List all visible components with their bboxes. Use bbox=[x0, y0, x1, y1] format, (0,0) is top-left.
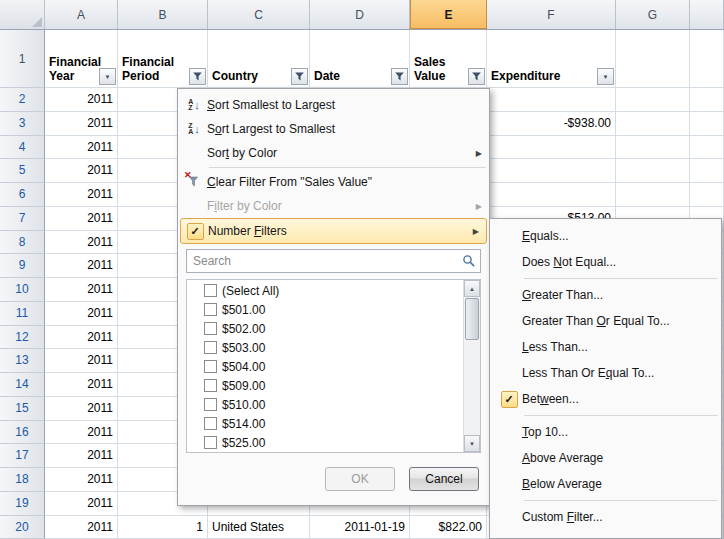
list-item[interactable]: $502.00 bbox=[188, 319, 463, 338]
cell-financial-year[interactable]: 2011 bbox=[45, 207, 118, 231]
submenu-item-top-10[interactable]: Top 10... bbox=[490, 419, 721, 445]
header-cell-date[interactable]: Date bbox=[310, 30, 410, 88]
row-header[interactable]: 20 bbox=[0, 516, 45, 539]
submenu-item-greater-than[interactable]: Greater Than... bbox=[490, 282, 721, 308]
row-header[interactable]: 17 bbox=[0, 444, 45, 468]
cell-financial-year[interactable]: 2011 bbox=[45, 136, 118, 160]
list-item[interactable]: (Select All) bbox=[188, 281, 463, 300]
filter-button-country[interactable] bbox=[291, 68, 308, 85]
value-checkbox[interactable] bbox=[204, 360, 217, 373]
submenu-item-below-average[interactable]: Below Average bbox=[490, 471, 721, 497]
submenu-item-equals[interactable]: Equals... bbox=[490, 223, 721, 249]
row-header[interactable]: 14 bbox=[0, 373, 45, 397]
search-input[interactable] bbox=[186, 249, 481, 273]
cell-g[interactable] bbox=[616, 159, 690, 183]
cell-g[interactable] bbox=[616, 88, 690, 112]
list-item[interactable]: $503.00 bbox=[188, 338, 463, 357]
menu-item-number-filters[interactable]: ✓ Number Filters ▶ bbox=[180, 218, 487, 244]
cell-g[interactable] bbox=[616, 112, 690, 136]
column-header-d[interactable]: D bbox=[310, 0, 410, 29]
cell-financial-year[interactable]: 2011 bbox=[45, 516, 118, 539]
cell-financial-year[interactable]: 2011 bbox=[45, 88, 118, 112]
cell-financial-year[interactable]: 2011 bbox=[45, 373, 118, 397]
column-header-g[interactable]: G bbox=[616, 0, 690, 29]
list-item[interactable]: $509.00 bbox=[188, 376, 463, 395]
value-checkbox[interactable] bbox=[204, 436, 217, 449]
cell-financial-year[interactable]: 2011 bbox=[45, 397, 118, 421]
search-icon[interactable] bbox=[462, 254, 476, 268]
column-header-a[interactable]: A bbox=[45, 0, 118, 29]
cell-date[interactable]: 2011-01-19 bbox=[310, 516, 410, 539]
menu-item-sort-by-color[interactable]: Sort by Color ▶ bbox=[178, 141, 489, 165]
cell-expenditure[interactable]: -$938.00 bbox=[487, 112, 616, 136]
column-header-b[interactable]: B bbox=[118, 0, 208, 29]
cell-expenditure[interactable] bbox=[487, 136, 616, 160]
cell-g[interactable] bbox=[616, 136, 690, 160]
submenu-item-between[interactable]: ✓Between... bbox=[490, 386, 721, 412]
filter-button-financial-year[interactable]: ▼ bbox=[99, 68, 116, 85]
filter-button-sales-value[interactable] bbox=[468, 68, 485, 85]
row-header[interactable]: 10 bbox=[0, 278, 45, 302]
row-header-1[interactable]: 1 bbox=[0, 30, 45, 88]
list-item[interactable]: $514.00 bbox=[188, 414, 463, 433]
menu-item-clear-filter[interactable]: ✕ Clear Filter From "Sales Value" bbox=[178, 170, 489, 194]
scrollbar-track[interactable]: ▲ ▼ bbox=[463, 280, 480, 452]
column-header-e-selected[interactable]: E bbox=[410, 0, 487, 29]
header-cell-g[interactable] bbox=[616, 30, 690, 88]
row-header[interactable]: 11 bbox=[0, 302, 45, 326]
row-header[interactable]: 12 bbox=[0, 326, 45, 350]
value-checkbox[interactable] bbox=[204, 398, 217, 411]
submenu-item-less-than[interactable]: Less Than... bbox=[490, 334, 721, 360]
header-cell-financial-year[interactable]: Financial Year ▼ bbox=[45, 30, 118, 88]
scrollbar-thumb[interactable] bbox=[465, 298, 479, 340]
row-header[interactable]: 15 bbox=[0, 397, 45, 421]
cell-sales-value[interactable]: $822.00 bbox=[410, 516, 487, 539]
cell-financial-year[interactable]: 2011 bbox=[45, 302, 118, 326]
row-header[interactable]: 6 bbox=[0, 183, 45, 207]
header-cell-country[interactable]: Country bbox=[208, 30, 310, 88]
column-header-f[interactable]: F bbox=[487, 0, 616, 29]
list-item[interactable]: $525.00 bbox=[188, 433, 463, 452]
cell-financial-year[interactable]: 2011 bbox=[45, 231, 118, 255]
row-header[interactable]: 19 bbox=[0, 492, 45, 516]
row-header[interactable]: 3 bbox=[0, 112, 45, 136]
cell-financial-year[interactable]: 2011 bbox=[45, 326, 118, 350]
row-header[interactable]: 18 bbox=[0, 468, 45, 492]
cell-financial-year[interactable]: 2011 bbox=[45, 421, 118, 445]
cell-financial-year[interactable]: 2011 bbox=[45, 278, 118, 302]
submenu-item-greater-than-or-equal[interactable]: Greater Than Or Equal To... bbox=[490, 308, 721, 334]
cell-financial-year[interactable]: 2011 bbox=[45, 468, 118, 492]
submenu-item-does-not-equal[interactable]: Does Not Equal... bbox=[490, 249, 721, 275]
row-header[interactable]: 16 bbox=[0, 421, 45, 445]
filter-button-date[interactable] bbox=[391, 68, 408, 85]
header-cell-sales-value[interactable]: Sales Value bbox=[410, 30, 487, 88]
scrollbar-down-button[interactable]: ▼ bbox=[464, 435, 480, 452]
value-checkbox[interactable] bbox=[204, 303, 217, 316]
cell-country[interactable]: United States bbox=[208, 516, 310, 539]
cell-financial-year[interactable]: 2011 bbox=[45, 349, 118, 373]
submenu-item-above-average[interactable]: Above Average bbox=[490, 445, 721, 471]
cell-financial-year[interactable]: 2011 bbox=[45, 492, 118, 516]
cell-financial-year[interactable]: 2011 bbox=[45, 183, 118, 207]
row-header[interactable]: 2 bbox=[0, 88, 45, 112]
filter-button-financial-period[interactable] bbox=[189, 68, 206, 85]
row-header[interactable]: 9 bbox=[0, 254, 45, 278]
cell-expenditure[interactable] bbox=[487, 88, 616, 112]
menu-item-sort-largest-to-smallest[interactable]: ZA↓ Sort Largest to Smallest bbox=[178, 117, 489, 141]
row-header[interactable]: 5 bbox=[0, 159, 45, 183]
cell-g[interactable] bbox=[616, 183, 690, 207]
menu-item-sort-smallest-to-largest[interactable]: AZ↓ Sort Smallest to Largest bbox=[178, 93, 489, 117]
value-checkbox[interactable] bbox=[204, 341, 217, 354]
value-checkbox[interactable] bbox=[204, 417, 217, 430]
row-header[interactable]: 7 bbox=[0, 207, 45, 231]
cell-financial-year[interactable]: 2011 bbox=[45, 254, 118, 278]
scrollbar-up-button[interactable]: ▲ bbox=[464, 280, 480, 297]
list-item[interactable]: $501.00 bbox=[188, 300, 463, 319]
header-cell-financial-period[interactable]: Financial Period bbox=[118, 30, 208, 88]
cell-expenditure[interactable] bbox=[487, 159, 616, 183]
list-item[interactable]: $504.00 bbox=[188, 357, 463, 376]
submenu-item-less-than-or-equal[interactable]: Less Than Or Equal To... bbox=[490, 360, 721, 386]
header-cell-expenditure[interactable]: Expenditure ▼ bbox=[487, 30, 616, 88]
select-all-button[interactable] bbox=[0, 0, 45, 29]
cell-financial-period[interactable]: 1 bbox=[118, 516, 208, 539]
